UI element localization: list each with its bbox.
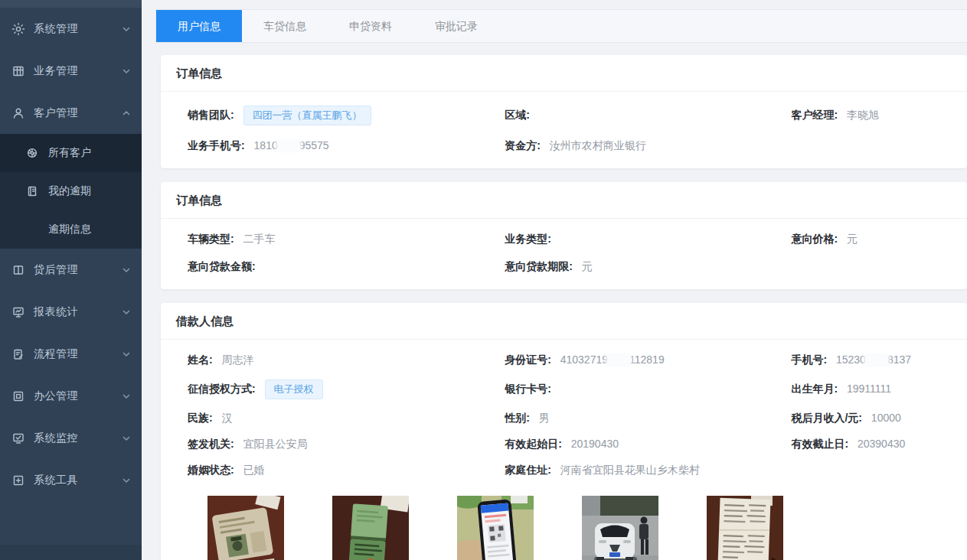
borrower-info-card: 借款人信息 姓名: 周志洋 身份证号: 41032719112819 手机号: [161, 303, 967, 560]
chevron-down-icon [122, 392, 131, 401]
sidebar-item-label: 系统管理 [34, 22, 122, 36]
sidebar-bottom-strip [0, 545, 142, 560]
id-card-photo[interactable]: 身份证 [207, 496, 284, 560]
sidebar-item-postloan-mgmt[interactable]: 贷后管理 [0, 249, 142, 291]
customer-mgmt-submenu: 所有客户 我的逾期 逾期信息 [0, 134, 142, 249]
sidebar-item-business-mgmt[interactable]: 业务管理 [0, 50, 142, 92]
chevron-down-icon [122, 350, 131, 359]
card-title: 订单信息 [161, 55, 967, 92]
sidebar-subitem-label: 我的逾期 [48, 184, 91, 198]
id-number-field: 身份证号: 41032719112819 [505, 353, 791, 367]
sidebar-subitem-my-overdue[interactable]: 我的逾期 [0, 172, 142, 210]
region-field: 区域: [505, 109, 791, 122]
notebook-icon [26, 185, 38, 197]
card-title: 借款人信息 [161, 303, 967, 340]
gear-icon [11, 22, 25, 36]
sidebar-subitem-overdue-info[interactable]: 逾期信息 [0, 210, 142, 249]
sidebar-subitem-label: 逾期信息 [48, 223, 91, 236]
square-icon [11, 389, 25, 403]
intent-loan-amount-field: 意向贷款金额: [188, 260, 505, 274]
chevron-down-icon [122, 308, 131, 317]
order-info-card: 订单信息 销售团队: 四团一营（直属王鹏飞） 区域: 客户经理: [161, 55, 967, 168]
sidebar-item-system-mgmt[interactable]: 系统管理 [0, 8, 142, 50]
chevron-down-icon [122, 24, 131, 34]
valid-to-field: 有效截止日: 20390430 [791, 438, 952, 451]
bank-card-field: 银行卡号: [505, 383, 791, 396]
mobile-phone-field: 手机号: 152308137 [791, 353, 952, 367]
marital-status-field: 婚姻状态: 已婚 [188, 464, 505, 477]
sidebar-item-process-mgmt[interactable]: 流程管理 [0, 333, 142, 375]
ethnicity-field: 民族: 汉 [188, 412, 505, 425]
vehicle-type-field: 车辆类型: 二手车 [188, 233, 505, 246]
sidebar-item-label: 系统监控 [34, 431, 122, 445]
wheel-icon [26, 147, 38, 159]
user-icon [11, 106, 25, 120]
intent-loan-term-field: 意向贷款期限: 元 [505, 260, 791, 274]
tab-bar: 用户信息 车贷信息 申贷资料 审批记录 [155, 9, 967, 43]
sidebar-item-customer-mgmt[interactable]: 客户管理 [0, 92, 142, 134]
sidebar-subitem-label: 所有客户 [48, 146, 91, 160]
sidebar-item-label: 办公管理 [34, 389, 122, 403]
sidebar-item-system-tools[interactable]: 系统工具 [0, 459, 142, 501]
intent-price-field: 意向价格: 元 [791, 233, 952, 246]
sidebar-item-system-monitor[interactable]: 系统监控 [0, 417, 142, 459]
redaction-blur [279, 140, 299, 150]
monthly-income-field: 税后月收入/元: 10000 [791, 412, 952, 425]
sidebar-item-report-stats[interactable]: 报表统计 [0, 291, 142, 333]
sidebar-subitem-all-customers[interactable]: 所有客户 [0, 134, 142, 172]
document-photo[interactable]: 其他材料 [707, 496, 783, 560]
photo-thumbnails: 身份证 [207, 496, 952, 560]
gender-field: 性别: 男 [505, 412, 791, 425]
monitor-icon [11, 305, 25, 319]
tab-user-info[interactable]: 用户信息 [156, 10, 242, 42]
birth-date-field: 出生年月: 19911111 [791, 383, 952, 396]
main-content: 用户信息 车贷信息 申贷资料 审批记录 订单信息 销售团队: 四团一营（直属王鹏… [142, 0, 967, 560]
tab-loan-application-docs[interactable]: 申贷资料 [328, 10, 413, 42]
business-phone-field: 业务手机号: 181095575 [188, 139, 505, 153]
person-car-photo[interactable]: 人车合影 [582, 496, 658, 560]
sidebar-top-strip [0, 0, 142, 8]
vehicle-order-info-card: 订单信息 车辆类型: 二手车 业务类型: 意向价格: 元 [161, 182, 967, 289]
funder-field: 资金方: 汝州市农村商业银行 [505, 139, 791, 153]
page: 系统管理 业务管理 客户管理 所有客户 [0, 0, 967, 560]
credit-auth-tag[interactable]: 电子授权 [265, 379, 323, 399]
name-field: 姓名: 周志洋 [188, 353, 505, 367]
monitor-check-icon [11, 431, 25, 445]
business-type-field: 业务类型: [505, 233, 791, 246]
chevron-down-icon [122, 476, 131, 485]
sales-team-tag[interactable]: 四团一营（直属王鹏飞） [243, 106, 371, 125]
sidebar-item-label: 贷后管理 [34, 263, 122, 277]
chevron-down-icon [122, 67, 131, 76]
valid-from-field: 有效起始日: 20190430 [505, 438, 791, 451]
card-title: 订单信息 [161, 182, 967, 219]
sidebar-item-label: 流程管理 [34, 347, 122, 361]
chevron-down-icon [122, 265, 131, 275]
clipboard-icon [11, 347, 25, 361]
redaction-blur [609, 354, 629, 364]
tab-car-loan-info[interactable]: 车贷信息 [242, 10, 328, 42]
chevron-up-icon [122, 109, 131, 118]
sidebar-item-label: 报表统计 [34, 305, 122, 319]
credit-auth-field: 征信授权方式: 电子授权 [188, 379, 505, 399]
redaction-blur [867, 354, 887, 364]
grid-icon [11, 64, 25, 78]
home-address-field: 家庭住址: 河南省宜阳县花果山乡木柴村 [505, 464, 791, 477]
license-booklet-photo[interactable]: 驾驶证照片 [332, 496, 409, 560]
tab-approval-records[interactable]: 审批记录 [413, 10, 499, 42]
chevron-down-icon [122, 434, 131, 443]
issuing-authority-field: 签发机关: 宜阳县公安局 [188, 438, 505, 451]
sidebar-item-label: 业务管理 [34, 64, 122, 78]
sidebar: 系统管理 业务管理 客户管理 所有客户 [0, 0, 142, 560]
toolbox-icon [11, 474, 25, 487]
sidebar-item-label: 客户管理 [34, 106, 122, 120]
sidebar-item-label: 系统工具 [34, 474, 122, 487]
auth-screenshot-photo[interactable]: 授权截图 [457, 496, 534, 560]
cards-area: 订单信息 销售团队: 四团一营（直属王鹏飞） 区域: 客户经理: [155, 43, 967, 560]
sales-team-field: 销售团队: 四团一营（直属王鹏飞） [188, 106, 505, 125]
columns-icon [11, 263, 25, 277]
sidebar-item-office-mgmt[interactable]: 办公管理 [0, 375, 142, 417]
account-manager-field: 客户经理: 李晓旭 [791, 109, 952, 122]
